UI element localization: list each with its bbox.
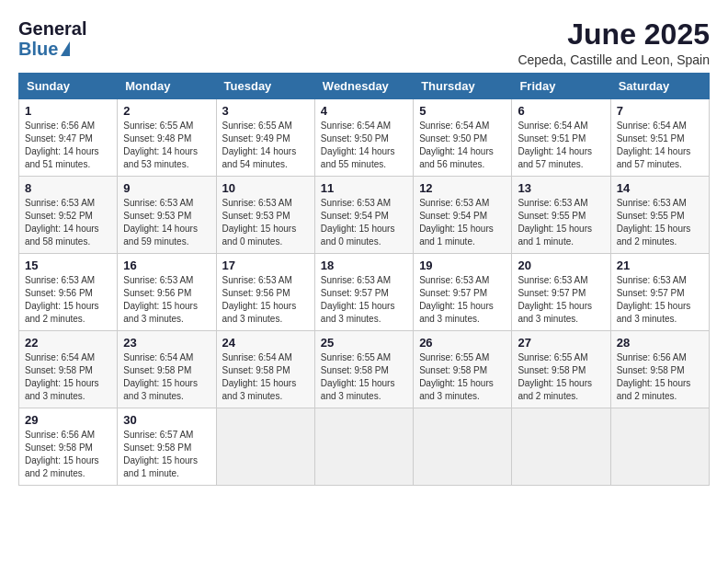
day-number: 11	[321, 181, 407, 195]
title-area: June 2025 Cepeda, Castille and Leon, Spa…	[518, 18, 710, 67]
day-info: Sunrise: 6:54 AMSunset: 9:50 PMDaylight:…	[321, 120, 407, 171]
day-info: Sunrise: 6:53 AMSunset: 9:57 PMDaylight:…	[321, 274, 407, 326]
day-info: Sunrise: 6:54 AMSunset: 9:58 PMDaylight:…	[222, 351, 309, 403]
calendar-cell: 25Sunrise: 6:55 AMSunset: 9:58 PMDayligh…	[314, 331, 413, 408]
day-info: Sunrise: 6:53 AMSunset: 9:53 PMDaylight:…	[123, 197, 210, 248]
day-number: 19	[419, 259, 506, 272]
day-number: 10	[222, 181, 309, 195]
calendar-week-row: 1Sunrise: 6:56 AMSunset: 9:47 PMDaylight…	[19, 99, 710, 177]
calendar-cell: 28Sunrise: 6:56 AMSunset: 9:58 PMDayligh…	[610, 331, 709, 408]
calendar-cell: 14Sunrise: 6:53 AMSunset: 9:55 PMDayligh…	[610, 177, 709, 254]
day-info: Sunrise: 6:55 AMSunset: 9:49 PMDaylight:…	[222, 120, 309, 171]
day-number: 30	[123, 413, 210, 427]
page-header: General Blue June 2025 Cepeda, Castille …	[18, 18, 710, 67]
day-info: Sunrise: 6:55 AMSunset: 9:58 PMDaylight:…	[419, 351, 506, 403]
day-number: 15	[25, 259, 111, 272]
calendar-cell: 24Sunrise: 6:54 AMSunset: 9:58 PMDayligh…	[216, 331, 314, 408]
calendar-cell	[314, 408, 413, 486]
calendar-week-row: 22Sunrise: 6:54 AMSunset: 9:58 PMDayligh…	[19, 331, 710, 408]
calendar-header-row: Sunday Monday Tuesday Wednesday Thursday…	[19, 74, 710, 99]
day-info: Sunrise: 6:53 AMSunset: 9:54 PMDaylight:…	[321, 197, 407, 248]
day-info: Sunrise: 6:53 AMSunset: 9:52 PMDaylight:…	[25, 197, 111, 248]
calendar-cell: 22Sunrise: 6:54 AMSunset: 9:58 PMDayligh…	[19, 331, 118, 408]
calendar-week-row: 29Sunrise: 6:56 AMSunset: 9:58 PMDayligh…	[19, 408, 710, 486]
calendar-cell: 15Sunrise: 6:53 AMSunset: 9:56 PMDayligh…	[19, 254, 118, 331]
calendar-cell: 12Sunrise: 6:53 AMSunset: 9:54 PMDayligh…	[414, 177, 512, 254]
day-info: Sunrise: 6:53 AMSunset: 9:53 PMDaylight:…	[222, 197, 309, 248]
day-number: 5	[419, 104, 506, 118]
day-number: 20	[518, 259, 604, 272]
calendar-cell: 6Sunrise: 6:54 AMSunset: 9:51 PMDaylight…	[512, 99, 610, 177]
day-info: Sunrise: 6:53 AMSunset: 9:57 PMDaylight:…	[518, 274, 604, 326]
header-wednesday: Wednesday	[314, 74, 413, 99]
logo: General Blue	[18, 18, 86, 59]
calendar-cell: 18Sunrise: 6:53 AMSunset: 9:57 PMDayligh…	[314, 254, 413, 331]
day-info: Sunrise: 6:54 AMSunset: 9:58 PMDaylight:…	[25, 351, 111, 403]
day-info: Sunrise: 6:53 AMSunset: 9:56 PMDaylight:…	[25, 274, 111, 326]
header-monday: Monday	[118, 74, 216, 99]
day-info: Sunrise: 6:53 AMSunset: 9:57 PMDaylight:…	[419, 274, 506, 326]
location-subtitle: Cepeda, Castille and Leon, Spain	[518, 52, 710, 67]
day-info: Sunrise: 6:54 AMSunset: 9:58 PMDaylight:…	[123, 351, 210, 403]
calendar-cell	[512, 408, 610, 486]
day-number: 28	[617, 336, 703, 350]
calendar-table: Sunday Monday Tuesday Wednesday Thursday…	[18, 73, 710, 486]
day-number: 16	[123, 259, 210, 272]
day-info: Sunrise: 6:54 AMSunset: 9:51 PMDaylight:…	[617, 120, 703, 171]
header-tuesday: Tuesday	[216, 74, 314, 99]
day-info: Sunrise: 6:53 AMSunset: 9:56 PMDaylight:…	[123, 274, 210, 326]
day-info: Sunrise: 6:53 AMSunset: 9:55 PMDaylight:…	[617, 197, 703, 248]
calendar-cell: 27Sunrise: 6:55 AMSunset: 9:58 PMDayligh…	[512, 331, 610, 408]
day-number: 7	[617, 104, 703, 118]
day-number: 25	[321, 336, 407, 350]
calendar-cell: 4Sunrise: 6:54 AMSunset: 9:50 PMDaylight…	[314, 99, 413, 177]
day-number: 21	[617, 259, 703, 272]
day-info: Sunrise: 6:53 AMSunset: 9:55 PMDaylight:…	[518, 197, 604, 248]
calendar-week-row: 15Sunrise: 6:53 AMSunset: 9:56 PMDayligh…	[19, 254, 710, 331]
day-info: Sunrise: 6:54 AMSunset: 9:50 PMDaylight:…	[419, 120, 506, 171]
day-number: 18	[321, 259, 407, 272]
calendar-cell: 21Sunrise: 6:53 AMSunset: 9:57 PMDayligh…	[610, 254, 709, 331]
day-number: 13	[518, 181, 604, 195]
calendar-cell: 26Sunrise: 6:55 AMSunset: 9:58 PMDayligh…	[414, 331, 512, 408]
logo-triangle-icon	[61, 41, 70, 56]
day-number: 22	[25, 336, 111, 350]
header-friday: Friday	[512, 74, 610, 99]
day-info: Sunrise: 6:55 AMSunset: 9:58 PMDaylight:…	[321, 351, 407, 403]
header-saturday: Saturday	[610, 74, 709, 99]
calendar-week-row: 8Sunrise: 6:53 AMSunset: 9:52 PMDaylight…	[19, 177, 710, 254]
calendar-cell: 13Sunrise: 6:53 AMSunset: 9:55 PMDayligh…	[512, 177, 610, 254]
logo-general: General	[18, 18, 86, 39]
day-info: Sunrise: 6:56 AMSunset: 9:47 PMDaylight:…	[25, 120, 111, 171]
calendar-cell	[216, 408, 314, 486]
day-info: Sunrise: 6:55 AMSunset: 9:48 PMDaylight:…	[123, 120, 210, 171]
header-sunday: Sunday	[19, 74, 118, 99]
day-number: 12	[419, 181, 506, 195]
calendar-cell: 16Sunrise: 6:53 AMSunset: 9:56 PMDayligh…	[118, 254, 216, 331]
day-info: Sunrise: 6:53 AMSunset: 9:56 PMDaylight:…	[222, 274, 309, 326]
day-info: Sunrise: 6:56 AMSunset: 9:58 PMDaylight:…	[617, 351, 703, 403]
calendar-cell: 10Sunrise: 6:53 AMSunset: 9:53 PMDayligh…	[216, 177, 314, 254]
day-info: Sunrise: 6:53 AMSunset: 9:57 PMDaylight:…	[617, 274, 703, 326]
calendar-cell	[414, 408, 512, 486]
calendar-cell: 1Sunrise: 6:56 AMSunset: 9:47 PMDaylight…	[19, 99, 118, 177]
day-number: 27	[518, 336, 604, 350]
day-number: 8	[25, 181, 111, 195]
day-info: Sunrise: 6:54 AMSunset: 9:51 PMDaylight:…	[518, 120, 604, 171]
header-thursday: Thursday	[414, 74, 512, 99]
day-info: Sunrise: 6:55 AMSunset: 9:58 PMDaylight:…	[518, 351, 604, 403]
calendar-cell: 5Sunrise: 6:54 AMSunset: 9:50 PMDaylight…	[414, 99, 512, 177]
day-number: 26	[419, 336, 506, 350]
day-number: 9	[123, 181, 210, 195]
day-number: 14	[617, 181, 703, 195]
day-number: 24	[222, 336, 309, 350]
calendar-cell: 30Sunrise: 6:57 AMSunset: 9:58 PMDayligh…	[118, 408, 216, 486]
logo-blue: Blue	[18, 39, 70, 59]
day-number: 29	[25, 413, 111, 427]
calendar-cell: 29Sunrise: 6:56 AMSunset: 9:58 PMDayligh…	[19, 408, 118, 486]
calendar-cell: 9Sunrise: 6:53 AMSunset: 9:53 PMDaylight…	[118, 177, 216, 254]
day-number: 1	[25, 104, 111, 118]
calendar-cell	[610, 408, 709, 486]
calendar-cell: 3Sunrise: 6:55 AMSunset: 9:49 PMDaylight…	[216, 99, 314, 177]
calendar-cell: 2Sunrise: 6:55 AMSunset: 9:48 PMDaylight…	[118, 99, 216, 177]
